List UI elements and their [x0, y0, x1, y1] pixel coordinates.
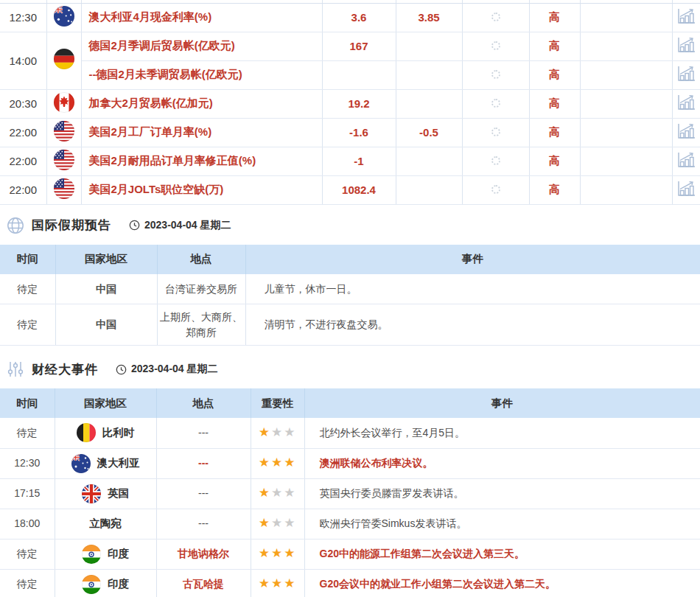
chart-button-cell[interactable]	[672, 3, 700, 32]
forecast-value: 3.85	[396, 3, 462, 32]
flag-uk-icon	[82, 484, 101, 503]
economic-row: 22:00 美国2月耐用品订单月率修正值(%)-1高	[0, 147, 700, 175]
event-text[interactable]: 澳洲联储公布利率决议。	[320, 457, 433, 469]
holiday-section-date: 2023-04-04 星期二	[129, 219, 231, 232]
event-text[interactable]: 欧洲央行管委Simkus发表讲话。	[320, 517, 467, 529]
chart-icon[interactable]	[677, 152, 696, 168]
empty-cell	[580, 118, 672, 147]
star-icon: ★	[284, 455, 296, 469]
holiday-event-text[interactable]: 清明节，不进行夜盘交易。	[265, 318, 388, 330]
indicator-title-link[interactable]: --德国2月未季调贸易帐(亿欧元)	[89, 68, 242, 80]
star-icon: ★	[271, 486, 284, 500]
importance-cell: ★★★	[251, 478, 304, 509]
chart-button-cell[interactable]	[672, 118, 700, 147]
column-header: 国家地区	[55, 388, 156, 418]
event-time: 17:15	[0, 478, 55, 509]
empty-cell	[580, 175, 672, 204]
indicator-title-link[interactable]: 加拿大2月贸易帐(亿加元)	[89, 97, 213, 109]
star-icon: ★	[284, 425, 296, 439]
previous-value: 167	[322, 32, 396, 60]
economic-row: 12:30 澳大利亚4月现金利率(%)3.63.85高	[0, 3, 700, 32]
published-value-cell	[462, 32, 529, 60]
indicator-title-link[interactable]: 美国2月耐用品订单月率修正值(%)	[89, 154, 256, 167]
loading-spinner-icon	[491, 99, 500, 108]
importance-level: 高	[529, 89, 580, 118]
sliders-icon	[7, 360, 24, 378]
event-text[interactable]: 北约外长会议举行，至4月5日。	[320, 427, 466, 439]
indicator-title-link[interactable]: 美国2月JOLTs职位空缺(万)	[89, 183, 224, 195]
holiday-event-text[interactable]: 儿童节，休市一日。	[265, 283, 357, 295]
events-section-title: 财经大事件	[32, 361, 98, 378]
published-value-cell	[462, 89, 529, 118]
column-header: 事件	[245, 245, 700, 274]
forecast-value	[396, 32, 462, 60]
published-value-cell	[462, 147, 529, 175]
country-flag-cell	[46, 32, 81, 89]
events-section-date: 2023-04-04 星期二	[116, 363, 218, 376]
event-time: 待定	[0, 418, 55, 448]
event-time: 22:00	[0, 175, 46, 204]
importance-cell: ★★★	[251, 509, 304, 539]
chart-button-cell[interactable]	[672, 32, 700, 60]
flag-belgium-icon	[77, 423, 96, 442]
event-text[interactable]: G20中的能源工作组第二次会议进入第三天。	[320, 548, 525, 559]
holiday-table: 时间国家地区地点事件 待定中国台湾证券交易所儿童节，休市一日。待定中国上期所、大…	[0, 245, 700, 346]
chart-button-cell[interactable]	[672, 175, 700, 204]
events-section-header: 财经大事件 2023-04-04 星期二	[6, 360, 700, 379]
chart-button-cell[interactable]	[672, 60, 700, 89]
event-text[interactable]: 英国央行委员滕雷罗发表讲话。	[320, 487, 464, 499]
chart-button-cell[interactable]	[672, 89, 700, 118]
previous-value	[322, 60, 396, 89]
flag-australia-icon	[71, 454, 91, 473]
star-icon: ★	[271, 516, 284, 530]
economic-row: 22:00 美国2月工厂订单月率(%)-1.6-0.5高	[0, 118, 700, 147]
indicator-title-link[interactable]: 美国2月工厂订单月率(%)	[89, 125, 212, 138]
location: 甘地讷格尔	[156, 539, 251, 569]
event-row: 待定 印度古瓦哈提★★★G20会议中的就业工作小组第二次会议进入第二天。	[0, 569, 700, 597]
economic-data-table: 12:30 澳大利亚4月现金利率(%)3.63.85高 14:00德国2月季调后…	[0, 0, 700, 205]
flag-canada-icon	[54, 92, 74, 113]
holiday-table-header-row: 时间国家地区地点事件	[0, 245, 700, 274]
indicator-title-link[interactable]: 澳大利亚4月现金利率(%)	[89, 10, 212, 23]
empty-cell	[580, 147, 672, 175]
star-icon: ★	[284, 576, 296, 590]
chart-icon[interactable]	[677, 8, 696, 24]
chart-icon[interactable]	[677, 181, 696, 197]
column-header: 地点	[157, 245, 245, 274]
chart-icon[interactable]	[677, 37, 696, 53]
chart-icon[interactable]	[677, 66, 696, 82]
empty-cell	[580, 32, 672, 60]
loading-spinner-icon	[491, 13, 500, 21]
loading-spinner-icon	[491, 41, 500, 50]
published-value-cell	[462, 118, 529, 147]
previous-value: 19.2	[322, 89, 396, 118]
country-flag-cell	[46, 147, 81, 175]
importance-level: 高	[529, 175, 580, 204]
country-flag-cell	[46, 175, 81, 204]
forecast-value	[396, 60, 462, 89]
chart-icon[interactable]	[677, 123, 696, 139]
economic-row: 20:30 加拿大2月贸易帐(亿加元)19.2高	[0, 89, 700, 118]
star-icon: ★	[259, 516, 271, 530]
loading-spinner-icon	[491, 70, 500, 79]
indicator-title-link[interactable]: 德国2月季调后贸易帐(亿欧元)	[89, 39, 235, 52]
country-name: 印度	[108, 576, 129, 592]
star-icon: ★	[259, 425, 271, 439]
location: ---	[156, 478, 251, 509]
column-header: 国家地区	[55, 245, 157, 274]
country-name: 立陶宛	[89, 516, 122, 531]
flag-australia-icon	[54, 6, 74, 27]
event-text[interactable]: G20会议中的就业工作小组第二次会议进入第二天。	[320, 578, 556, 590]
previous-value: 1082.4	[322, 175, 396, 204]
empty-cell	[580, 3, 672, 32]
column-header: 时间	[0, 388, 55, 418]
importance-stars: ★★★	[259, 487, 297, 499]
chart-button-cell[interactable]	[672, 147, 700, 175]
chart-icon[interactable]	[677, 94, 696, 111]
forecast-value: -0.5	[396, 118, 462, 147]
holiday-row: 待定中国上期所、大商所、郑商所清明节，不进行夜盘交易。	[0, 304, 700, 346]
column-header: 事件	[304, 388, 700, 418]
previous-value: -1	[322, 147, 396, 175]
country-cell: 比利时	[55, 418, 156, 448]
event-time: 12:30	[0, 448, 55, 478]
